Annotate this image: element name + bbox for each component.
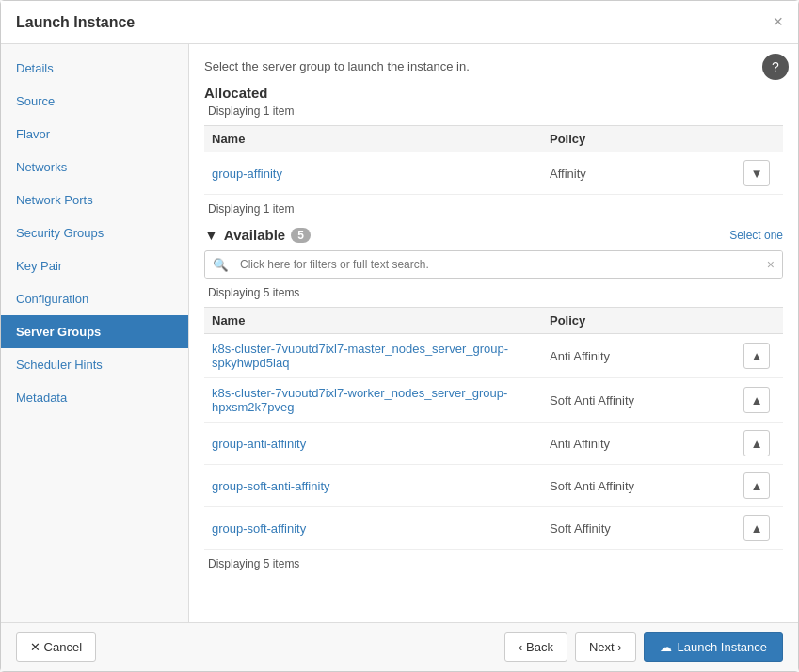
available-row-0-action: ▲ bbox=[738, 343, 775, 369]
available-rows-container: k8s-cluster-7vuoutd7ixl7-master_nodes_se… bbox=[204, 334, 783, 550]
available-row-1-action: ▲ bbox=[738, 387, 775, 413]
instruction-text: Select the server group to launch the in… bbox=[204, 59, 783, 73]
chevron-down-icon: ▼ bbox=[204, 227, 218, 243]
allocated-table-header: Name Policy bbox=[204, 125, 783, 152]
available-row-3-action: ▲ bbox=[738, 472, 775, 499]
available-col-name-header: Name bbox=[212, 313, 550, 328]
modal-title: Launch Instance bbox=[16, 14, 135, 31]
next-button[interactable]: Next › bbox=[575, 632, 636, 662]
available-title-group: ▼ Available 5 bbox=[204, 227, 311, 243]
available-row-3-policy: Soft Anti Affinity bbox=[550, 479, 738, 493]
allocated-displaying-top: Displaying 1 item bbox=[204, 104, 783, 118]
back-button[interactable]: ‹ Back bbox=[504, 632, 567, 662]
sidebar-item-configuration[interactable]: Configuration bbox=[1, 282, 188, 315]
sidebar-item-security-groups[interactable]: Security Groups bbox=[1, 216, 188, 249]
launch-button[interactable]: ☁ Launch Instance bbox=[644, 632, 783, 662]
available-title-text: Available bbox=[224, 227, 285, 243]
footer-right: ‹ Back Next › ☁ Launch Instance bbox=[504, 632, 783, 662]
allocated-col-action-header bbox=[738, 132, 775, 146]
available-row-1-name: k8s-cluster-7vuoutd7ixl7-worker_nodes_se… bbox=[212, 386, 550, 414]
available-row-4: group-soft-affinity Soft Affinity ▲ bbox=[204, 507, 783, 550]
search-clear-button[interactable]: × bbox=[759, 251, 782, 278]
cancel-button[interactable]: ✕ Cancel bbox=[16, 632, 96, 662]
sidebar-item-scheduler-hints[interactable]: Scheduler Hints bbox=[1, 348, 188, 381]
allocated-col-policy-header: Policy bbox=[550, 132, 738, 146]
available-row-4-name: group-soft-affinity bbox=[212, 521, 550, 536]
content-area: ? Select the server group to launch the … bbox=[189, 44, 798, 622]
modal-header: Launch Instance × bbox=[1, 1, 798, 44]
available-row-3-name: group-soft-anti-affinity bbox=[212, 479, 550, 493]
sidebar-item-network-ports[interactable]: Network Ports bbox=[1, 184, 188, 216]
sidebar-item-flavor[interactable]: Flavor bbox=[1, 118, 188, 151]
allocated-displaying-footer: Displaying 1 item bbox=[204, 202, 783, 216]
available-row-0: k8s-cluster-7vuoutd7ixl7-master_nodes_se… bbox=[204, 334, 783, 378]
available-badge: 5 bbox=[291, 228, 311, 243]
available-row-0-name: k8s-cluster-7vuoutd7ixl7-master_nodes_se… bbox=[212, 342, 550, 370]
sidebar-item-server-groups[interactable]: Server Groups bbox=[1, 315, 188, 348]
allocated-row-0-name: group-affinity bbox=[212, 167, 550, 181]
available-row-3-up-button[interactable]: ▲ bbox=[743, 472, 770, 499]
allocated-col-name-header: Name bbox=[212, 132, 550, 146]
allocated-row-0-action: ▼ bbox=[738, 160, 775, 186]
allocated-title: Allocated bbox=[204, 85, 783, 101]
available-col-action-header bbox=[738, 313, 775, 328]
launch-cloud-icon: ☁ bbox=[660, 640, 672, 654]
footer-left: ✕ Cancel bbox=[16, 632, 96, 662]
sidebar-item-details[interactable]: Details bbox=[1, 52, 188, 85]
allocated-row-0: group-affinity Affinity ▼ bbox=[204, 152, 783, 195]
available-row-4-policy: Soft Affinity bbox=[550, 521, 738, 536]
available-displaying-top: Displaying 5 items bbox=[204, 286, 783, 299]
available-row-0-up-button[interactable]: ▲ bbox=[743, 343, 770, 369]
available-row-2-up-button[interactable]: ▲ bbox=[743, 430, 770, 456]
allocated-row-0-policy: Affinity bbox=[550, 167, 738, 181]
available-row-4-up-button[interactable]: ▲ bbox=[743, 515, 770, 541]
available-row-1: k8s-cluster-7vuoutd7ixl7-worker_nodes_se… bbox=[204, 378, 783, 423]
launch-button-label: Launch Instance bbox=[678, 640, 767, 654]
available-row-2: group-anti-affinity Anti Affinity ▲ bbox=[204, 423, 783, 465]
search-input[interactable] bbox=[236, 252, 759, 277]
available-row-1-up-button[interactable]: ▲ bbox=[743, 387, 770, 413]
available-header: ▼ Available 5 Select one bbox=[204, 227, 783, 243]
sidebar-item-key-pair[interactable]: Key Pair bbox=[1, 249, 188, 282]
select-one-link[interactable]: Select one bbox=[729, 229, 783, 242]
available-table-header: Name Policy bbox=[204, 307, 783, 334]
available-row-4-action: ▲ bbox=[738, 515, 775, 541]
search-bar: 🔍 × bbox=[204, 250, 783, 279]
sidebar: Details Source Flavor Networks Network P… bbox=[1, 44, 189, 622]
available-col-policy-header: Policy bbox=[550, 313, 738, 328]
modal-body: Details Source Flavor Networks Network P… bbox=[1, 44, 798, 622]
available-row-2-name: group-anti-affinity bbox=[212, 437, 550, 451]
search-icon-button[interactable]: 🔍 bbox=[205, 252, 236, 278]
available-row-0-policy: Anti Affinity bbox=[550, 349, 738, 363]
available-row-1-policy: Soft Anti Affinity bbox=[550, 393, 738, 408]
available-row-2-action: ▲ bbox=[738, 430, 775, 456]
available-row-3: group-soft-anti-affinity Soft Anti Affin… bbox=[204, 465, 783, 507]
available-row-2-policy: Anti Affinity bbox=[550, 437, 738, 451]
available-displaying-footer: Displaying 5 items bbox=[204, 557, 783, 570]
modal-footer: ✕ Cancel ‹ Back Next › ☁ Launch Instance bbox=[1, 622, 798, 671]
sidebar-item-metadata[interactable]: Metadata bbox=[1, 381, 188, 414]
sidebar-item-source[interactable]: Source bbox=[1, 85, 188, 118]
launch-instance-modal: Launch Instance × Details Source Flavor … bbox=[0, 0, 799, 672]
close-button[interactable]: × bbox=[773, 12, 783, 32]
help-button[interactable]: ? bbox=[762, 54, 789, 80]
allocated-row-0-down-button[interactable]: ▼ bbox=[743, 160, 770, 186]
sidebar-item-networks[interactable]: Networks bbox=[1, 151, 188, 184]
